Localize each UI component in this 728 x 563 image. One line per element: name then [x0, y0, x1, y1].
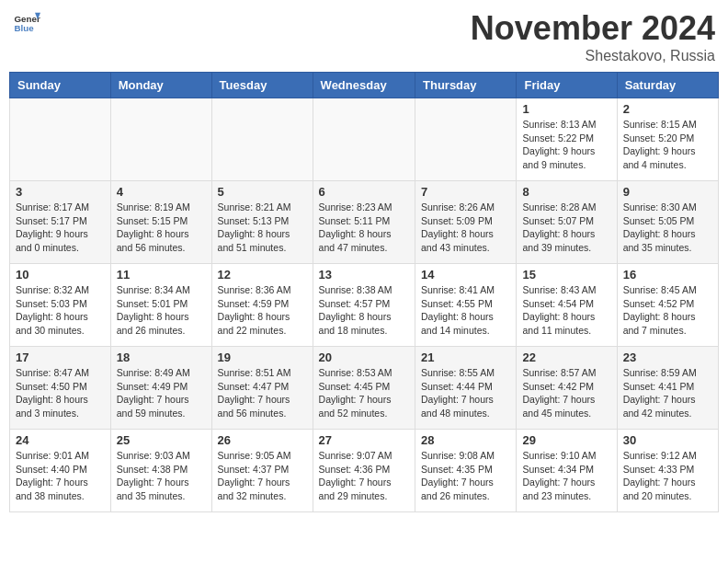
logo-icon: General Blue — [13, 9, 40, 37]
calendar-day-cell: 13Sunrise: 8:38 AM Sunset: 4:57 PM Dayli… — [313, 264, 415, 347]
day-info: Sunrise: 8:47 AM Sunset: 4:50 PM Dayligh… — [16, 366, 105, 420]
calendar-day-cell: 8Sunrise: 8:28 AM Sunset: 5:07 PM Daylig… — [517, 181, 617, 264]
day-info: Sunrise: 8:21 AM Sunset: 5:13 PM Dayligh… — [218, 201, 307, 255]
day-info: Sunrise: 8:41 AM Sunset: 4:55 PM Dayligh… — [421, 283, 510, 338]
day-info: Sunrise: 8:38 AM Sunset: 4:57 PM Dayligh… — [319, 283, 409, 338]
calendar-day-cell: 21Sunrise: 8:55 AM Sunset: 4:44 PM Dayli… — [415, 347, 517, 430]
day-info: Sunrise: 9:07 AM Sunset: 4:36 PM Dayligh… — [319, 449, 409, 503]
title-section: November 2024 Shestakovo, Russia — [471, 9, 715, 64]
day-number: 17 — [16, 350, 105, 364]
calendar-day-cell — [110, 98, 211, 181]
calendar-day-cell: 27Sunrise: 9:07 AM Sunset: 4:36 PM Dayli… — [313, 430, 415, 512]
calendar-day-cell: 30Sunrise: 9:12 AM Sunset: 4:33 PM Dayli… — [617, 430, 718, 512]
day-number: 12 — [218, 268, 307, 282]
day-info: Sunrise: 8:51 AM Sunset: 4:47 PM Dayligh… — [218, 366, 307, 420]
calendar-day-cell — [10, 98, 111, 181]
weekday-header: Friday — [517, 73, 617, 98]
day-info: Sunrise: 8:45 AM Sunset: 4:52 PM Dayligh… — [623, 283, 712, 338]
day-info: Sunrise: 9:03 AM Sunset: 4:38 PM Dayligh… — [117, 449, 206, 503]
day-info: Sunrise: 8:23 AM Sunset: 5:11 PM Dayligh… — [319, 201, 409, 255]
calendar-day-cell: 22Sunrise: 8:57 AM Sunset: 4:42 PM Dayli… — [517, 347, 617, 430]
calendar-day-cell: 28Sunrise: 9:08 AM Sunset: 4:35 PM Dayli… — [415, 430, 517, 512]
day-number: 23 — [623, 350, 712, 364]
day-info: Sunrise: 9:10 AM Sunset: 4:34 PM Dayligh… — [522, 449, 610, 503]
calendar-day-cell: 6Sunrise: 8:23 AM Sunset: 5:11 PM Daylig… — [313, 181, 415, 264]
calendar-day-cell: 16Sunrise: 8:45 AM Sunset: 4:52 PM Dayli… — [617, 264, 718, 347]
calendar-day-cell: 29Sunrise: 9:10 AM Sunset: 4:34 PM Dayli… — [517, 430, 617, 512]
day-info: Sunrise: 8:49 AM Sunset: 4:49 PM Dayligh… — [117, 366, 206, 420]
calendar-week-row: 3Sunrise: 8:17 AM Sunset: 5:17 PM Daylig… — [10, 181, 719, 264]
day-number: 1 — [522, 102, 610, 116]
day-number: 11 — [117, 268, 206, 282]
day-number: 20 — [319, 350, 409, 364]
calendar-day-cell — [415, 98, 517, 181]
weekday-header: Saturday — [617, 73, 718, 98]
location-subtitle: Shestakovo, Russia — [471, 48, 715, 64]
weekday-header: Tuesday — [211, 73, 313, 98]
weekday-header: Monday — [110, 73, 211, 98]
day-number: 9 — [623, 185, 712, 199]
day-number: 18 — [117, 350, 206, 364]
day-info: Sunrise: 8:13 AM Sunset: 5:22 PM Dayligh… — [522, 118, 610, 172]
day-number: 7 — [421, 185, 510, 199]
calendar-day-cell: 18Sunrise: 8:49 AM Sunset: 4:49 PM Dayli… — [110, 347, 211, 430]
day-number: 21 — [421, 350, 510, 364]
day-info: Sunrise: 8:55 AM Sunset: 4:44 PM Dayligh… — [421, 366, 510, 420]
calendar-day-cell: 23Sunrise: 8:59 AM Sunset: 4:41 PM Dayli… — [617, 347, 718, 430]
day-number: 13 — [319, 268, 409, 282]
day-number: 5 — [218, 185, 307, 199]
day-info: Sunrise: 8:32 AM Sunset: 5:03 PM Dayligh… — [16, 283, 105, 338]
calendar-day-cell — [313, 98, 415, 181]
day-info: Sunrise: 8:17 AM Sunset: 5:17 PM Dayligh… — [16, 201, 105, 255]
day-info: Sunrise: 8:53 AM Sunset: 4:45 PM Dayligh… — [319, 366, 409, 420]
page-header: General Blue November 2024 Shestakovo, R… — [9, 9, 719, 64]
calendar-day-cell: 19Sunrise: 8:51 AM Sunset: 4:47 PM Dayli… — [211, 347, 313, 430]
calendar-day-cell: 3Sunrise: 8:17 AM Sunset: 5:17 PM Daylig… — [10, 181, 111, 264]
weekday-header: Thursday — [415, 73, 517, 98]
calendar-day-cell: 4Sunrise: 8:19 AM Sunset: 5:15 PM Daylig… — [110, 181, 211, 264]
calendar-day-cell: 17Sunrise: 8:47 AM Sunset: 4:50 PM Dayli… — [10, 347, 111, 430]
day-info: Sunrise: 9:08 AM Sunset: 4:35 PM Dayligh… — [421, 449, 510, 503]
calendar-week-row: 17Sunrise: 8:47 AM Sunset: 4:50 PM Dayli… — [10, 347, 719, 430]
calendar: SundayMondayTuesdayWednesdayThursdayFrid… — [9, 72, 719, 512]
day-number: 28 — [421, 433, 510, 447]
day-info: Sunrise: 8:57 AM Sunset: 4:42 PM Dayligh… — [522, 366, 610, 420]
day-number: 25 — [117, 433, 206, 447]
day-info: Sunrise: 8:19 AM Sunset: 5:15 PM Dayligh… — [117, 201, 206, 255]
day-number: 8 — [522, 185, 610, 199]
calendar-day-cell: 2Sunrise: 8:15 AM Sunset: 5:20 PM Daylig… — [617, 98, 718, 181]
calendar-week-row: 24Sunrise: 9:01 AM Sunset: 4:40 PM Dayli… — [10, 430, 719, 512]
day-number: 26 — [218, 433, 307, 447]
calendar-day-cell: 9Sunrise: 8:30 AM Sunset: 5:05 PM Daylig… — [617, 181, 718, 264]
day-number: 15 — [522, 268, 610, 282]
weekday-header: Wednesday — [313, 73, 415, 98]
calendar-week-row: 10Sunrise: 8:32 AM Sunset: 5:03 PM Dayli… — [10, 264, 719, 347]
day-number: 29 — [522, 433, 610, 447]
calendar-header-row: SundayMondayTuesdayWednesdayThursdayFrid… — [10, 73, 719, 98]
weekday-header: Sunday — [10, 73, 111, 98]
day-info: Sunrise: 9:05 AM Sunset: 4:37 PM Dayligh… — [218, 449, 307, 503]
svg-text:Blue: Blue — [15, 23, 35, 33]
month-title: November 2024 — [471, 9, 715, 48]
calendar-day-cell — [211, 98, 313, 181]
day-number: 27 — [319, 433, 409, 447]
calendar-day-cell: 24Sunrise: 9:01 AM Sunset: 4:40 PM Dayli… — [10, 430, 111, 512]
day-number: 10 — [16, 268, 105, 282]
calendar-day-cell: 14Sunrise: 8:41 AM Sunset: 4:55 PM Dayli… — [415, 264, 517, 347]
day-info: Sunrise: 9:01 AM Sunset: 4:40 PM Dayligh… — [16, 449, 105, 503]
day-number: 3 — [16, 185, 105, 199]
calendar-day-cell: 20Sunrise: 8:53 AM Sunset: 4:45 PM Dayli… — [313, 347, 415, 430]
day-info: Sunrise: 8:59 AM Sunset: 4:41 PM Dayligh… — [623, 366, 712, 420]
day-number: 14 — [421, 268, 510, 282]
day-info: Sunrise: 9:12 AM Sunset: 4:33 PM Dayligh… — [623, 449, 712, 503]
day-number: 19 — [218, 350, 307, 364]
day-number: 2 — [623, 102, 712, 116]
day-number: 16 — [623, 268, 712, 282]
day-number: 24 — [16, 433, 105, 447]
day-number: 6 — [319, 185, 409, 199]
calendar-day-cell: 5Sunrise: 8:21 AM Sunset: 5:13 PM Daylig… — [211, 181, 313, 264]
day-info: Sunrise: 8:30 AM Sunset: 5:05 PM Dayligh… — [623, 201, 712, 255]
day-number: 22 — [522, 350, 610, 364]
calendar-day-cell: 10Sunrise: 8:32 AM Sunset: 5:03 PM Dayli… — [10, 264, 111, 347]
calendar-day-cell: 7Sunrise: 8:26 AM Sunset: 5:09 PM Daylig… — [415, 181, 517, 264]
